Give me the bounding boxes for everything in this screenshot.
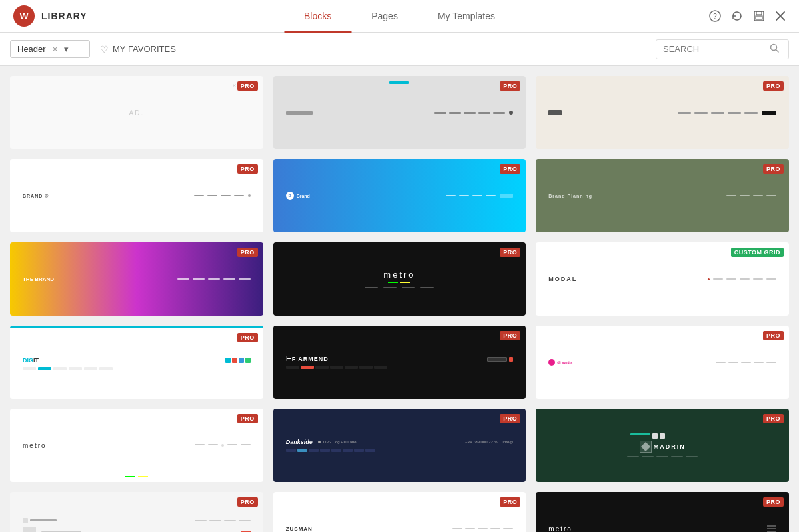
template-card[interactable]: di sartis PRO <box>536 326 789 399</box>
pro-badge: PRO <box>237 164 258 174</box>
search-icon[interactable] <box>770 43 779 55</box>
card-preview: ZUSMAN <box>273 492 526 532</box>
template-card[interactable]: PRO <box>10 492 263 532</box>
card-preview: di sartis <box>536 326 789 399</box>
pro-badge: PRO <box>500 248 520 257</box>
card-preview: AD. ✕ <box>10 76 263 149</box>
favorites-button[interactable]: ♡ MY FAVORITES <box>100 44 176 55</box>
close-icon[interactable] <box>775 11 786 21</box>
card-preview: ⊢F ARMEND <box>273 326 526 399</box>
pro-badge: PRO <box>237 81 258 91</box>
search-input[interactable] <box>663 44 770 54</box>
card-preview: DIGIT <box>10 328 263 399</box>
pro-badge: PRO <box>763 414 784 423</box>
template-card[interactable]: PRO <box>536 76 789 149</box>
pro-badge: PRO <box>237 414 258 423</box>
template-card[interactable]: metro PRO <box>10 409 263 482</box>
template-card[interactable]: MADRIN PRO <box>536 409 789 482</box>
template-grid-area[interactable]: AD. ✕ PRO <box>0 66 799 532</box>
pro-badge: PRO <box>500 331 520 340</box>
template-card[interactable]: THE BRAND PRO <box>10 242 263 316</box>
template-card[interactable]: Dankside 1123 Dog Hill Lane +34 789 000 … <box>273 409 526 482</box>
tab-pages[interactable]: Pages <box>351 1 418 33</box>
toolbar: Header × ▾ ♡ MY FAVORITES <box>0 33 799 66</box>
template-grid: AD. ✕ PRO <box>10 76 789 532</box>
template-card[interactable]: Brand Planning PRO <box>536 159 789 232</box>
logo-icon: W <box>13 5 35 27</box>
pro-badge: PRO <box>500 497 520 507</box>
card-preview: MADRIN <box>536 409 789 482</box>
svg-line-8 <box>776 49 779 52</box>
pro-badge: PRO <box>237 497 258 507</box>
template-card[interactable]: BRAND ® PRO <box>10 159 263 232</box>
filter-clear-button[interactable]: × <box>53 44 58 54</box>
logo-area: W LIBRARY <box>0 5 120 27</box>
pro-badge: PRO <box>763 497 784 507</box>
save-icon[interactable] <box>753 10 765 22</box>
help-icon[interactable]: ? <box>709 10 721 22</box>
template-card[interactable]: PRO <box>273 76 526 149</box>
pro-badge: PRO <box>237 248 258 257</box>
favorites-label: MY FAVORITES <box>113 44 176 54</box>
card-preview: metro <box>536 492 789 532</box>
template-card[interactable]: AD. ✕ PRO <box>10 76 263 149</box>
tab-blocks[interactable]: Blocks <box>284 1 351 33</box>
pro-badge: PRO <box>237 333 258 342</box>
card-preview <box>10 492 263 532</box>
pro-badge: PRO <box>500 81 520 91</box>
filter-dropdown[interactable]: Header × ▾ <box>10 40 90 58</box>
filter-value: Header <box>17 44 46 54</box>
refresh-icon[interactable] <box>731 10 743 22</box>
card-preview: THE BRAND <box>10 242 263 316</box>
filter-chevron-icon: ▾ <box>64 44 69 54</box>
pro-badge: PRO <box>763 81 784 91</box>
template-card[interactable]: DIGIT <box>10 326 263 399</box>
card-preview: Dankside 1123 Dog Hill Lane +34 789 000 … <box>273 409 526 482</box>
template-card[interactable]: ZUSMAN PRO <box>273 492 526 532</box>
pro-badge: PRO <box>500 164 520 174</box>
pro-badge: PRO <box>763 164 784 174</box>
tab-my-templates[interactable]: My Templates <box>418 1 515 33</box>
top-bar: W LIBRARY Blocks Pages My Templates ? <box>0 0 799 33</box>
card-preview <box>273 76 526 149</box>
pro-badge: CUSTOM GRID <box>731 248 784 257</box>
template-card[interactable]: metro PRO <box>273 242 526 316</box>
card-preview: B Brand <box>273 159 526 232</box>
search-area <box>656 39 789 59</box>
card-preview: Brand Planning <box>536 159 789 232</box>
pro-badge: PRO <box>500 414 520 423</box>
top-bar-actions: ? <box>696 10 799 22</box>
tabs-container: Blocks Pages My Templates <box>284 0 515 32</box>
card-preview: metro <box>273 242 526 316</box>
template-card[interactable]: MODAL CUSTOM GRID <box>536 242 789 316</box>
card-preview <box>536 76 789 149</box>
svg-rect-4 <box>756 16 762 19</box>
template-card[interactable]: ⊢F ARMEND <box>273 326 526 399</box>
template-card[interactable]: metro PRO <box>536 492 789 532</box>
heart-icon: ♡ <box>100 44 109 55</box>
svg-text:?: ? <box>713 13 717 20</box>
template-card[interactable]: B Brand PRO <box>273 159 526 232</box>
main-content: AD. ✕ PRO <box>0 66 799 532</box>
card-preview: metro <box>10 409 263 482</box>
card-preview: BRAND ® <box>10 159 263 232</box>
library-title: LIBRARY <box>41 11 87 21</box>
pro-badge: PRO <box>763 331 784 340</box>
